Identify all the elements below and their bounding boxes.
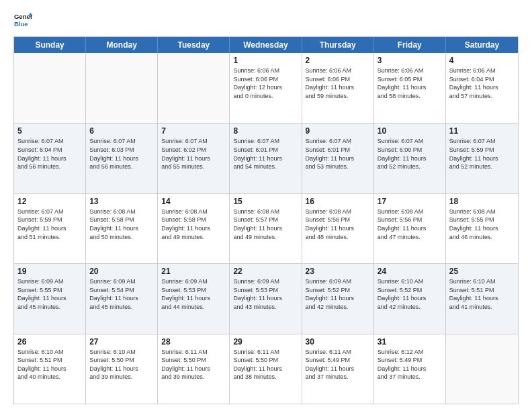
day-info: Sunrise: 6:07 AM Sunset: 6:03 PM Dayligh… [89, 137, 154, 171]
day-info: Sunrise: 6:09 AM Sunset: 5:53 PM Dayligh… [161, 277, 226, 311]
day-number: 18 [449, 197, 515, 206]
calendar-day: 29Sunrise: 6:11 AM Sunset: 5:50 PM Dayli… [230, 334, 302, 404]
calendar-day: 12Sunrise: 6:07 AM Sunset: 5:59 PM Dayli… [14, 194, 86, 263]
day-info: Sunrise: 6:07 AM Sunset: 6:01 PM Dayligh… [233, 137, 298, 171]
calendar-day: 20Sunrise: 6:09 AM Sunset: 5:54 PM Dayli… [86, 264, 158, 333]
day-number: 1 [233, 56, 298, 65]
page-header: General Blue [13, 11, 519, 30]
weekday-header: Wednesday [230, 37, 302, 53]
day-info: Sunrise: 6:08 AM Sunset: 5:58 PM Dayligh… [161, 208, 226, 241]
day-number: 21 [161, 267, 226, 276]
day-number: 17 [378, 197, 442, 206]
day-number: 11 [449, 126, 515, 136]
day-info: Sunrise: 6:07 AM Sunset: 6:01 PM Dayligh… [306, 137, 370, 171]
day-info: Sunrise: 6:07 AM Sunset: 5:59 PM Dayligh… [17, 208, 82, 241]
calendar-week: 19Sunrise: 6:09 AM Sunset: 5:55 PM Dayli… [14, 263, 518, 333]
day-number: 5 [17, 126, 82, 136]
calendar-day: 31Sunrise: 6:12 AM Sunset: 5:49 PM Dayli… [374, 334, 446, 404]
day-number: 6 [89, 126, 154, 136]
calendar-day: 18Sunrise: 6:08 AM Sunset: 5:55 PM Dayli… [446, 194, 518, 263]
calendar-day: 9Sunrise: 6:07 AM Sunset: 6:01 PM Daylig… [302, 124, 374, 193]
calendar-day: 7Sunrise: 6:07 AM Sunset: 6:02 PM Daylig… [158, 124, 230, 193]
day-number: 20 [89, 267, 154, 276]
calendar-week: 26Sunrise: 6:10 AM Sunset: 5:51 PM Dayli… [14, 334, 518, 404]
day-info: Sunrise: 6:07 AM Sunset: 6:04 PM Dayligh… [17, 137, 82, 171]
day-info: Sunrise: 6:08 AM Sunset: 5:55 PM Dayligh… [449, 208, 515, 241]
svg-text:Blue: Blue [14, 20, 28, 28]
day-number: 8 [233, 126, 298, 136]
calendar-day: 8Sunrise: 6:07 AM Sunset: 6:01 PM Daylig… [230, 124, 302, 193]
day-info: Sunrise: 6:10 AM Sunset: 5:52 PM Dayligh… [378, 277, 442, 311]
day-info: Sunrise: 6:08 AM Sunset: 5:58 PM Dayligh… [89, 208, 154, 241]
day-number: 7 [161, 126, 226, 136]
calendar-week: 5Sunrise: 6:07 AM Sunset: 6:04 PM Daylig… [14, 123, 518, 193]
day-number: 9 [306, 126, 370, 136]
day-number: 12 [17, 197, 82, 206]
weekday-header: Saturday [446, 37, 518, 53]
day-number: 16 [306, 197, 370, 206]
calendar-day: 26Sunrise: 6:10 AM Sunset: 5:51 PM Dayli… [14, 334, 86, 404]
calendar-day: 22Sunrise: 6:09 AM Sunset: 5:53 PM Dayli… [230, 264, 302, 333]
calendar-body: 1Sunrise: 6:06 AM Sunset: 6:06 PM Daylig… [14, 53, 518, 404]
calendar-day: 10Sunrise: 6:07 AM Sunset: 6:00 PM Dayli… [374, 124, 446, 193]
day-info: Sunrise: 6:08 AM Sunset: 5:56 PM Dayligh… [378, 208, 442, 241]
day-number: 24 [378, 267, 442, 276]
calendar-day: 6Sunrise: 6:07 AM Sunset: 6:03 PM Daylig… [86, 124, 158, 193]
calendar-day: 15Sunrise: 6:08 AM Sunset: 5:57 PM Dayli… [230, 194, 302, 263]
day-number: 28 [161, 337, 226, 347]
day-number: 27 [89, 337, 154, 347]
calendar-day: 28Sunrise: 6:11 AM Sunset: 5:50 PM Dayli… [158, 334, 230, 404]
day-number: 13 [89, 197, 154, 206]
day-number: 2 [306, 56, 370, 65]
calendar-day: 14Sunrise: 6:08 AM Sunset: 5:58 PM Dayli… [158, 194, 230, 263]
day-info: Sunrise: 6:06 AM Sunset: 6:05 PM Dayligh… [378, 66, 442, 100]
calendar-day: 25Sunrise: 6:10 AM Sunset: 5:51 PM Dayli… [446, 264, 518, 333]
day-number: 23 [306, 267, 370, 276]
calendar-day: 23Sunrise: 6:09 AM Sunset: 5:52 PM Dayli… [302, 264, 374, 333]
day-info: Sunrise: 6:09 AM Sunset: 5:54 PM Dayligh… [89, 277, 154, 311]
day-number: 22 [233, 267, 298, 276]
svg-text:General: General [14, 13, 32, 20]
weekday-header: Thursday [302, 37, 374, 53]
calendar-day: 1Sunrise: 6:06 AM Sunset: 6:06 PM Daylig… [230, 53, 302, 123]
calendar-day: 13Sunrise: 6:08 AM Sunset: 5:58 PM Dayli… [86, 194, 158, 263]
calendar-week: 12Sunrise: 6:07 AM Sunset: 5:59 PM Dayli… [14, 193, 518, 263]
calendar-day: 17Sunrise: 6:08 AM Sunset: 5:56 PM Dayli… [374, 194, 446, 263]
weekday-header: Sunday [14, 37, 86, 53]
day-info: Sunrise: 6:08 AM Sunset: 5:56 PM Dayligh… [306, 208, 370, 241]
day-number: 4 [449, 56, 515, 65]
page-container: General Blue SundayMondayTuesdayWednesda… [0, 0, 532, 411]
calendar-day: 30Sunrise: 6:11 AM Sunset: 5:49 PM Dayli… [302, 334, 374, 404]
weekday-header: Friday [374, 37, 446, 53]
calendar-header: SundayMondayTuesdayWednesdayThursdayFrid… [14, 37, 518, 53]
day-info: Sunrise: 6:06 AM Sunset: 6:06 PM Dayligh… [306, 66, 370, 100]
day-info: Sunrise: 6:09 AM Sunset: 5:53 PM Dayligh… [233, 277, 298, 311]
weekday-header: Tuesday [158, 37, 230, 53]
day-info: Sunrise: 6:08 AM Sunset: 5:57 PM Dayligh… [233, 208, 298, 241]
day-info: Sunrise: 6:11 AM Sunset: 5:50 PM Dayligh… [161, 348, 226, 381]
calendar-week: 1Sunrise: 6:06 AM Sunset: 6:06 PM Daylig… [14, 53, 518, 123]
empty-day [158, 53, 230, 123]
day-info: Sunrise: 6:11 AM Sunset: 5:49 PM Dayligh… [306, 348, 370, 381]
calendar-day: 27Sunrise: 6:10 AM Sunset: 5:50 PM Dayli… [86, 334, 158, 404]
day-number: 31 [378, 337, 442, 347]
day-number: 3 [378, 56, 442, 65]
calendar-day: 24Sunrise: 6:10 AM Sunset: 5:52 PM Dayli… [374, 264, 446, 333]
day-number: 25 [449, 267, 515, 276]
day-number: 19 [17, 267, 82, 276]
day-info: Sunrise: 6:07 AM Sunset: 5:59 PM Dayligh… [449, 137, 515, 171]
day-number: 30 [306, 337, 370, 347]
empty-day [446, 334, 518, 404]
day-info: Sunrise: 6:07 AM Sunset: 6:02 PM Dayligh… [161, 137, 226, 171]
calendar-day: 21Sunrise: 6:09 AM Sunset: 5:53 PM Dayli… [158, 264, 230, 333]
calendar-day: 11Sunrise: 6:07 AM Sunset: 5:59 PM Dayli… [446, 124, 518, 193]
day-info: Sunrise: 6:09 AM Sunset: 5:52 PM Dayligh… [306, 277, 370, 311]
empty-day [86, 53, 158, 123]
calendar-day: 5Sunrise: 6:07 AM Sunset: 6:04 PM Daylig… [14, 124, 86, 193]
day-info: Sunrise: 6:06 AM Sunset: 6:04 PM Dayligh… [449, 66, 515, 100]
day-number: 29 [233, 337, 298, 347]
day-info: Sunrise: 6:09 AM Sunset: 5:55 PM Dayligh… [17, 277, 82, 311]
day-number: 14 [161, 197, 226, 206]
calendar-day: 3Sunrise: 6:06 AM Sunset: 6:05 PM Daylig… [374, 53, 446, 123]
day-info: Sunrise: 6:06 AM Sunset: 6:06 PM Dayligh… [233, 66, 298, 100]
